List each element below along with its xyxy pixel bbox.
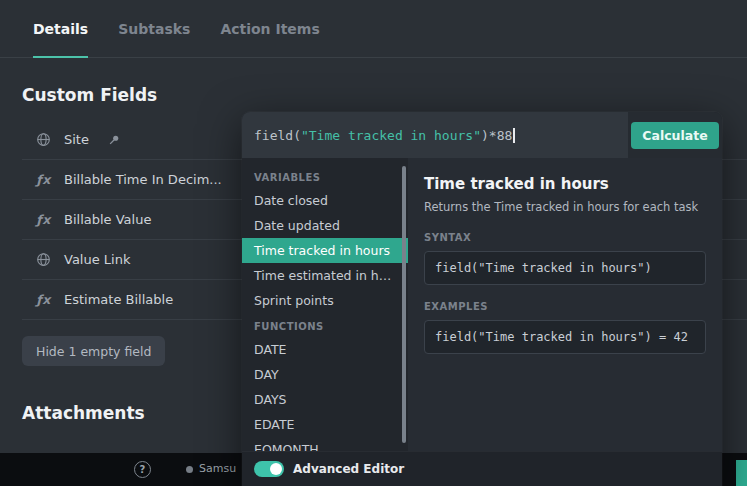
syntax-header: SYNTAX xyxy=(424,232,712,243)
field-label: Billable Time In Decim... xyxy=(64,172,222,187)
hide-empty-fields-button[interactable]: Hide 1 empty field xyxy=(22,336,165,366)
sidebar-scrollbar-thumb[interactable] xyxy=(402,166,406,443)
variable-item-sprint-points[interactable]: Sprint points xyxy=(242,288,408,313)
function-item-eomonth[interactable]: EOMONTH xyxy=(242,437,408,451)
advanced-editor-toggle[interactable] xyxy=(254,461,284,477)
detail-description: Returns the Time tracked in hours for ea… xyxy=(424,200,712,214)
function-item-edate[interactable]: EDATE xyxy=(242,412,408,437)
formula-popup-footer: Advanced Editor xyxy=(242,451,722,486)
variable-item-date-closed[interactable]: Date closed xyxy=(242,188,408,213)
variable-item-time-tracked[interactable]: Time tracked in hours xyxy=(242,238,408,263)
formula-icon: ƒx xyxy=(35,172,52,187)
function-item-date[interactable]: DATE xyxy=(242,337,408,362)
formula-text-prefix: field( xyxy=(254,128,301,143)
formula-editor-popup: field("Time tracked in hours")*88 Calcul… xyxy=(242,112,722,486)
formula-text-suffix: )*88 xyxy=(481,128,512,143)
globe-icon xyxy=(35,252,52,267)
example-code: field("Time tracked in hours") = 42 xyxy=(424,320,706,354)
formula-text-string: "Time tracked in hours" xyxy=(301,128,481,143)
formula-detail-panel: Time tracked in hours Returns the Time t… xyxy=(408,158,722,451)
field-label: Billable Value xyxy=(64,212,151,227)
taskbar-app-label[interactable]: Samsu xyxy=(199,462,236,475)
variables-header: VARIABLES xyxy=(242,164,408,188)
formula-bar: field("Time tracked in hours")*88 Calcul… xyxy=(242,112,722,158)
functions-header: FUNCTIONS xyxy=(242,313,408,337)
formula-icon: ƒx xyxy=(35,292,52,307)
formula-icon: ƒx xyxy=(35,212,52,227)
task-tabs: Details Subtasks Action Items xyxy=(0,0,747,58)
formula-sidebar: VARIABLES Date closed Date updated Time … xyxy=(242,158,408,451)
field-label: Site xyxy=(64,132,89,147)
tab-subtasks[interactable]: Subtasks xyxy=(118,0,190,57)
custom-fields-heading: Custom Fields xyxy=(22,85,157,105)
formula-actions: Calculate xyxy=(628,112,722,158)
syntax-code: field("Time tracked in hours") xyxy=(424,251,706,285)
function-item-day[interactable]: DAY xyxy=(242,362,408,387)
task-detail-screen: Details Subtasks Action Items Custom Fie… xyxy=(0,0,747,486)
formula-popup-content: VARIABLES Date closed Date updated Time … xyxy=(242,158,722,451)
variable-item-date-updated[interactable]: Date updated xyxy=(242,213,408,238)
tab-action-items[interactable]: Action Items xyxy=(220,0,319,57)
tab-details[interactable]: Details xyxy=(33,0,88,57)
variable-item-time-estimated[interactable]: Time estimated in ho... xyxy=(242,263,408,288)
pin-icon[interactable] xyxy=(108,134,120,146)
examples-header: EXAMPLES xyxy=(424,301,712,312)
app-dot-icon xyxy=(186,466,193,473)
field-label: Value Link xyxy=(64,252,130,267)
advanced-editor-label: Advanced Editor xyxy=(293,462,404,476)
field-label: Estimate Billable xyxy=(64,292,173,307)
calculate-button[interactable]: Calculate xyxy=(631,122,718,149)
globe-icon xyxy=(35,132,52,147)
taskbar-teal-fragment xyxy=(736,460,747,486)
toggle-knob xyxy=(270,463,282,475)
detail-title: Time tracked in hours xyxy=(424,175,712,193)
text-cursor xyxy=(513,128,515,143)
formula-input[interactable]: field("Time tracked in hours")*88 xyxy=(242,112,628,158)
function-item-days[interactable]: DAYS xyxy=(242,387,408,412)
attachments-heading: Attachments xyxy=(22,403,145,423)
help-icon[interactable]: ? xyxy=(134,461,151,478)
